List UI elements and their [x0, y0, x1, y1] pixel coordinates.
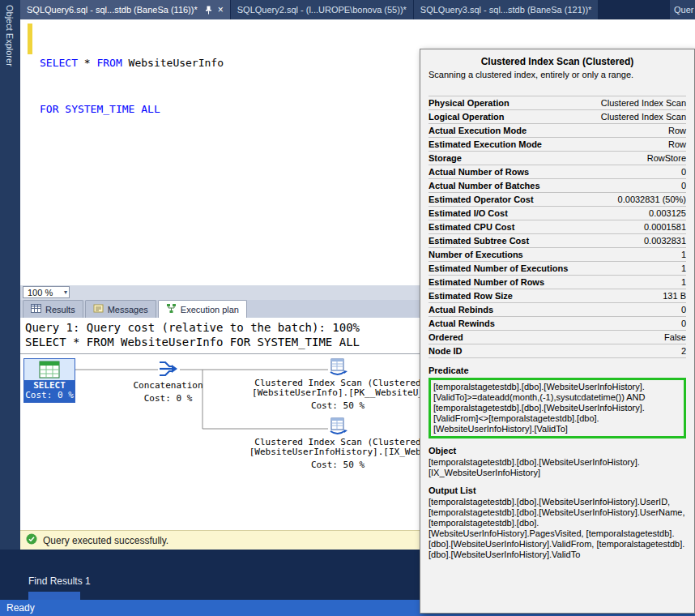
tab-messages-label: Messages: [108, 305, 148, 314]
document-tab-bar: SQLQuery6.sql - sql...stdb (BaneSa (116)…: [20, 0, 695, 19]
tab-label: SQLQuery6.sql - sql...stdb (BaneSa (116)…: [27, 5, 198, 15]
plan-query-header: Query 1: Query cost (relative to the bat…: [25, 321, 360, 334]
tab-sqlquery2[interactable]: SQLQuery2.sql - (l...UROPE\bonova (55))*: [231, 0, 413, 19]
tooltip-property-row: Estimated Number of Executions1: [429, 262, 686, 276]
operator-tooltip: Clustered Index Scan (Clustered) Scannin…: [420, 49, 695, 614]
plan-node-clustered-index-scan-bottom[interactable]: Clustered Index Scan (Clustered [Website…: [241, 417, 435, 470]
property-label: Actual Number of Rows: [429, 167, 529, 178]
results-grid-icon: [31, 303, 41, 315]
property-label: Ordered: [429, 332, 463, 343]
property-label: Estimated CPU Cost: [429, 222, 514, 233]
node-cost: Cost: 0 %: [144, 394, 193, 404]
tab-label: SQLQuery2.sql - (l...UROPE\bonova (55))*: [237, 5, 407, 15]
sql-line-1: SELECT * FROM WebsiteUserInfo: [40, 55, 224, 71]
tooltip-subtitle: Scanning a clustered index, entirely or …: [429, 70, 686, 79]
pin-icon[interactable]: [205, 6, 212, 15]
property-value: 0.003125: [649, 208, 686, 219]
property-label: Actual Execution Mode: [429, 126, 527, 136]
property-label: Logical Operation: [429, 112, 505, 122]
close-icon[interactable]: ×: [218, 5, 224, 15]
chevron-down-icon: ▾: [64, 289, 67, 296]
tooltip-property-row: Actual Number of Batches0: [429, 179, 686, 193]
property-value: 0: [681, 181, 686, 191]
predicate-heading: Predicate: [429, 366, 686, 375]
select-node-label: SELECT Cost: 0 %: [24, 380, 75, 402]
property-value: RowStore: [647, 153, 686, 164]
clustered-index-scan-icon: [328, 358, 348, 379]
node-object: [WebsiteUserInfoHistory].[IX_Webs: [249, 447, 427, 457]
tooltip-property-row: Physical OperationClustered Index Scan: [429, 96, 686, 110]
object-explorer-collapsed-tab[interactable]: Object Explorer: [0, 0, 20, 600]
property-value: 0.0032831: [644, 236, 686, 246]
object-text: [temporalstagetestdb].[dbo].[WebsiteUser…: [429, 457, 686, 478]
property-label: Node ID: [429, 346, 463, 357]
tooltip-property-table: Physical OperationClustered Index ScanLo…: [429, 96, 686, 358]
sql-keyword: FROM: [96, 57, 122, 69]
tab-partial[interactable]: Quer: [670, 0, 695, 19]
property-value: False: [664, 332, 686, 343]
zoom-dropdown[interactable]: 100 % ▾: [23, 286, 70, 298]
find-results-label[interactable]: Find Results 1: [28, 575, 91, 587]
success-check-icon: [26, 533, 37, 547]
tab-label: SQLQuery3.sql - sql...stdb (BaneSa (121)…: [420, 5, 592, 15]
tooltip-property-row: Actual Rewinds0: [429, 317, 686, 331]
execution-plan-icon: [166, 303, 177, 315]
tooltip-property-row: Estimated Operator Cost0.0032831 (50%): [429, 193, 686, 207]
sql-line-2: FOR SYSTEM_TIME ALL: [40, 101, 224, 117]
property-value: 1: [681, 263, 686, 274]
plan-node-select[interactable]: SELECT Cost: 0 %: [23, 358, 75, 403]
sql-keyword: FOR SYSTEM_TIME ALL: [40, 103, 160, 115]
success-message: Query executed successfully.: [43, 535, 168, 546]
find-results-window-stub: [28, 592, 80, 600]
property-value: Clustered Index Scan: [601, 112, 686, 122]
tooltip-property-row: Number of Executions1: [429, 248, 686, 262]
sql-identifier: WebsiteUserInfo: [122, 57, 224, 69]
plan-node-clustered-index-scan-top[interactable]: Clustered Index Scan (Clustered [Website…: [241, 358, 435, 411]
tab-results[interactable]: Results: [23, 300, 83, 318]
clustered-index-scan-icon: [328, 417, 348, 438]
predicate-highlight: [temporalstagetestdb].[dbo].[WebsiteUser…: [429, 378, 686, 438]
node-title: Concatenation: [133, 381, 203, 391]
property-value: 1: [681, 250, 686, 260]
property-label: Estimated Subtree Cost: [429, 236, 529, 246]
property-value: Row: [668, 126, 686, 136]
property-label: Number of Executions: [429, 250, 523, 260]
tooltip-property-row: OrderedFalse: [429, 331, 686, 344]
tab-messages[interactable]: Messages: [85, 300, 156, 318]
tab-sqlquery3[interactable]: SQLQuery3.sql - sql...stdb (BaneSa (121)…: [414, 0, 599, 19]
property-value: 0: [681, 167, 686, 178]
tab-execution-plan-label: Execution plan: [181, 305, 239, 314]
sql-text: *: [78, 57, 96, 69]
tab-results-label: Results: [45, 305, 75, 314]
sql-keyword: SELECT: [40, 57, 78, 69]
predicate-text: [temporalstagetestdb].[dbo].[WebsiteUser…: [433, 382, 645, 434]
property-value: 0: [681, 305, 686, 315]
plan-node-concatenation[interactable]: Concatenation Cost: 0 %: [122, 359, 215, 404]
output-list-heading: Output List: [429, 486, 686, 495]
node-cost: Cost: 50 %: [311, 401, 365, 411]
property-value: Row: [668, 139, 686, 150]
tooltip-property-row: Estimated Row Size131 B: [429, 289, 686, 303]
node-cost: Cost: 50 %: [311, 460, 365, 470]
property-value: 0.0032831 (50%): [618, 195, 686, 205]
property-label: Estimated Operator Cost: [429, 195, 534, 205]
tooltip-property-row: Estimated Number of Rows1: [429, 276, 686, 289]
output-list-text: [temporalstagetestdb].[dbo].[WebsiteUser…: [429, 497, 686, 560]
property-value: 2: [681, 346, 686, 357]
property-value: 0.0001581: [644, 222, 686, 233]
property-label: Estimated I/O Cost: [429, 208, 508, 219]
messages-icon: [93, 303, 104, 315]
tab-sqlquery6[interactable]: SQLQuery6.sql - sql...stdb (BaneSa (116)…: [20, 0, 230, 19]
tooltip-property-row: Estimated I/O Cost0.003125: [429, 207, 686, 220]
status-ready-label: Ready: [6, 602, 35, 614]
sql-code: SELECT * FROM WebsiteUserInfo FOR SYSTEM…: [40, 24, 224, 148]
concatenation-icon: [159, 359, 178, 381]
tab-execution-plan[interactable]: Execution plan: [158, 300, 247, 318]
tooltip-property-row: Actual Rebinds0: [429, 303, 686, 317]
property-label: Actual Rebinds: [429, 305, 493, 315]
property-value: 0: [681, 319, 686, 329]
tooltip-property-row: Node ID2: [429, 344, 686, 358]
zoom-value: 100 %: [28, 288, 53, 297]
select-result-icon: [24, 359, 75, 380]
property-value: 131 B: [663, 291, 686, 302]
